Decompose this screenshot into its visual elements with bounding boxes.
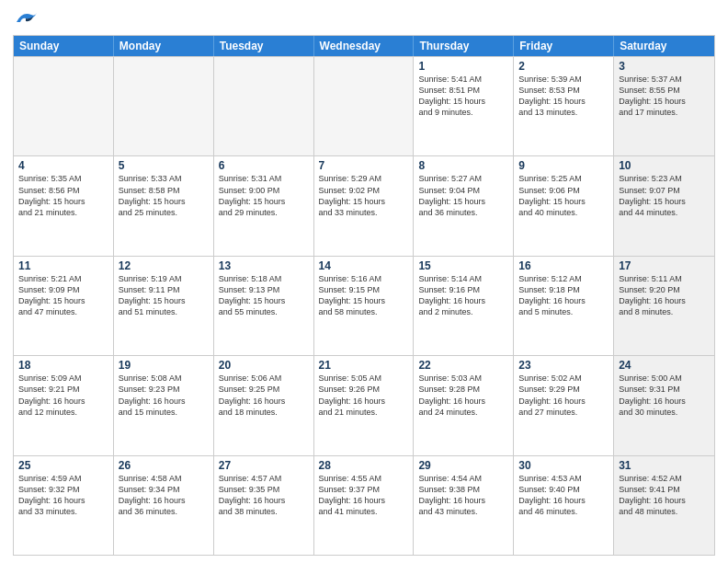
calendar-row: 25Sunrise: 4:59 AM Sunset: 9:32 PM Dayli… <box>14 455 714 555</box>
calendar-cell: 20Sunrise: 5:06 AM Sunset: 9:25 PM Dayli… <box>214 356 314 454</box>
cell-info: Sunrise: 4:54 AM Sunset: 9:38 PM Dayligh… <box>418 473 508 518</box>
calendar-cell: 30Sunrise: 4:53 AM Sunset: 9:40 PM Dayli… <box>514 456 614 555</box>
calendar-cell: 4Sunrise: 5:35 AM Sunset: 8:56 PM Daylig… <box>14 156 114 255</box>
cell-info: Sunrise: 5:03 AM Sunset: 9:28 PM Dayligh… <box>418 373 508 418</box>
cell-info: Sunrise: 5:23 AM Sunset: 9:07 PM Dayligh… <box>619 173 710 218</box>
calendar-cell: 6Sunrise: 5:31 AM Sunset: 9:00 PM Daylig… <box>214 156 314 255</box>
calendar-row: 18Sunrise: 5:09 AM Sunset: 9:21 PM Dayli… <box>14 355 714 454</box>
day-number: 19 <box>119 359 209 372</box>
calendar-cell: 27Sunrise: 4:57 AM Sunset: 9:35 PM Dayli… <box>214 456 314 555</box>
cell-info: Sunrise: 5:19 AM Sunset: 9:11 PM Dayligh… <box>119 273 209 318</box>
calendar-cell <box>314 57 415 155</box>
cell-info: Sunrise: 5:25 AM Sunset: 9:06 PM Dayligh… <box>518 173 609 218</box>
calendar-cell: 31Sunrise: 4:52 AM Sunset: 9:41 PM Dayli… <box>614 456 714 555</box>
cell-info: Sunrise: 5:09 AM Sunset: 9:21 PM Dayligh… <box>18 373 108 418</box>
cell-info: Sunrise: 5:00 AM Sunset: 9:31 PM Dayligh… <box>619 373 710 418</box>
calendar-row: 4Sunrise: 5:35 AM Sunset: 8:56 PM Daylig… <box>14 155 714 255</box>
day-number: 7 <box>319 159 409 172</box>
calendar-cell: 10Sunrise: 5:23 AM Sunset: 9:07 PM Dayli… <box>614 156 714 255</box>
cell-info: Sunrise: 5:08 AM Sunset: 9:23 PM Dayligh… <box>119 373 209 418</box>
calendar-cell <box>214 57 314 155</box>
cell-info: Sunrise: 4:52 AM Sunset: 9:41 PM Dayligh… <box>619 473 710 518</box>
calendar-cell: 5Sunrise: 5:33 AM Sunset: 8:58 PM Daylig… <box>114 156 214 255</box>
cell-info: Sunrise: 5:11 AM Sunset: 9:20 PM Dayligh… <box>619 273 710 318</box>
cell-info: Sunrise: 4:58 AM Sunset: 9:34 PM Dayligh… <box>119 473 209 518</box>
day-number: 9 <box>518 159 609 172</box>
cell-info: Sunrise: 5:18 AM Sunset: 9:13 PM Dayligh… <box>219 273 309 318</box>
day-number: 20 <box>219 359 309 372</box>
calendar-cell: 3Sunrise: 5:37 AM Sunset: 8:55 PM Daylig… <box>614 57 714 155</box>
cell-info: Sunrise: 5:06 AM Sunset: 9:25 PM Dayligh… <box>219 373 309 418</box>
cell-info: Sunrise: 5:21 AM Sunset: 9:09 PM Dayligh… <box>18 273 108 318</box>
logo <box>13 9 42 29</box>
calendar-cell: 8Sunrise: 5:27 AM Sunset: 9:04 PM Daylig… <box>414 156 514 255</box>
cell-info: Sunrise: 5:29 AM Sunset: 9:02 PM Dayligh… <box>319 173 409 218</box>
cell-info: Sunrise: 5:31 AM Sunset: 9:00 PM Dayligh… <box>219 173 309 218</box>
cell-info: Sunrise: 4:55 AM Sunset: 9:37 PM Dayligh… <box>319 473 409 518</box>
cell-info: Sunrise: 5:02 AM Sunset: 9:29 PM Dayligh… <box>518 373 609 418</box>
cell-info: Sunrise: 5:37 AM Sunset: 8:55 PM Dayligh… <box>619 74 710 119</box>
day-number: 6 <box>219 159 309 172</box>
calendar-cell: 21Sunrise: 5:05 AM Sunset: 9:26 PM Dayli… <box>314 356 415 454</box>
day-number: 28 <box>319 459 409 472</box>
day-number: 2 <box>518 60 609 73</box>
calendar-cell: 28Sunrise: 4:55 AM Sunset: 9:37 PM Dayli… <box>314 456 415 555</box>
day-number: 4 <box>18 159 108 172</box>
day-number: 31 <box>619 459 710 472</box>
calendar-cell: 9Sunrise: 5:25 AM Sunset: 9:06 PM Daylig… <box>514 156 614 255</box>
day-number: 1 <box>418 60 508 73</box>
day-number: 3 <box>619 60 710 73</box>
day-number: 26 <box>119 459 209 472</box>
cell-info: Sunrise: 4:59 AM Sunset: 9:32 PM Dayligh… <box>18 473 108 518</box>
day-number: 10 <box>619 159 710 172</box>
calendar-cell: 19Sunrise: 5:08 AM Sunset: 9:23 PM Dayli… <box>114 356 214 454</box>
day-number: 11 <box>18 259 108 272</box>
day-number: 24 <box>619 359 710 372</box>
day-number: 12 <box>119 259 209 272</box>
calendar-header: SundayMondayTuesdayWednesdayThursdayFrid… <box>14 36 714 56</box>
calendar-cell <box>14 57 114 155</box>
day-number: 17 <box>619 259 710 272</box>
header-day: Thursday <box>414 36 514 56</box>
calendar-body: 1Sunrise: 5:41 AM Sunset: 8:51 PM Daylig… <box>14 56 714 555</box>
day-number: 23 <box>518 359 609 372</box>
cell-info: Sunrise: 5:05 AM Sunset: 9:26 PM Dayligh… <box>319 373 409 418</box>
calendar-cell: 14Sunrise: 5:16 AM Sunset: 9:15 PM Dayli… <box>314 257 415 355</box>
calendar-cell: 13Sunrise: 5:18 AM Sunset: 9:13 PM Dayli… <box>214 257 314 355</box>
calendar-cell: 23Sunrise: 5:02 AM Sunset: 9:29 PM Dayli… <box>514 356 614 454</box>
calendar-cell: 18Sunrise: 5:09 AM Sunset: 9:21 PM Dayli… <box>14 356 114 454</box>
day-number: 18 <box>18 359 108 372</box>
cell-info: Sunrise: 5:27 AM Sunset: 9:04 PM Dayligh… <box>418 173 508 218</box>
day-number: 15 <box>418 259 508 272</box>
header <box>13 9 715 29</box>
calendar-row: 11Sunrise: 5:21 AM Sunset: 9:09 PM Dayli… <box>14 256 714 355</box>
calendar-cell: 2Sunrise: 5:39 AM Sunset: 8:53 PM Daylig… <box>514 57 614 155</box>
calendar-cell: 25Sunrise: 4:59 AM Sunset: 9:32 PM Dayli… <box>14 456 114 555</box>
day-number: 30 <box>518 459 609 472</box>
header-day: Wednesday <box>314 36 415 56</box>
calendar-cell: 29Sunrise: 4:54 AM Sunset: 9:38 PM Dayli… <box>414 456 514 555</box>
calendar-cell: 17Sunrise: 5:11 AM Sunset: 9:20 PM Dayli… <box>614 257 714 355</box>
day-number: 16 <box>518 259 609 272</box>
calendar-cell: 7Sunrise: 5:29 AM Sunset: 9:02 PM Daylig… <box>314 156 415 255</box>
calendar-cell: 12Sunrise: 5:19 AM Sunset: 9:11 PM Dayli… <box>114 257 214 355</box>
day-number: 29 <box>418 459 508 472</box>
day-number: 8 <box>418 159 508 172</box>
calendar-row: 1Sunrise: 5:41 AM Sunset: 8:51 PM Daylig… <box>14 56 714 155</box>
day-number: 13 <box>219 259 309 272</box>
calendar-cell: 16Sunrise: 5:12 AM Sunset: 9:18 PM Dayli… <box>514 257 614 355</box>
header-day: Tuesday <box>214 36 314 56</box>
header-day: Sunday <box>14 36 114 56</box>
calendar-cell: 22Sunrise: 5:03 AM Sunset: 9:28 PM Dayli… <box>414 356 514 454</box>
cell-info: Sunrise: 5:33 AM Sunset: 8:58 PM Dayligh… <box>119 173 209 218</box>
calendar-cell: 24Sunrise: 5:00 AM Sunset: 9:31 PM Dayli… <box>614 356 714 454</box>
cell-info: Sunrise: 5:39 AM Sunset: 8:53 PM Dayligh… <box>518 74 609 119</box>
header-day: Friday <box>514 36 614 56</box>
cell-info: Sunrise: 4:57 AM Sunset: 9:35 PM Dayligh… <box>219 473 309 518</box>
day-number: 22 <box>418 359 508 372</box>
logo-icon <box>13 9 39 29</box>
calendar-cell: 15Sunrise: 5:14 AM Sunset: 9:16 PM Dayli… <box>414 257 514 355</box>
day-number: 25 <box>18 459 108 472</box>
calendar-cell: 11Sunrise: 5:21 AM Sunset: 9:09 PM Dayli… <box>14 257 114 355</box>
header-day: Monday <box>114 36 214 56</box>
